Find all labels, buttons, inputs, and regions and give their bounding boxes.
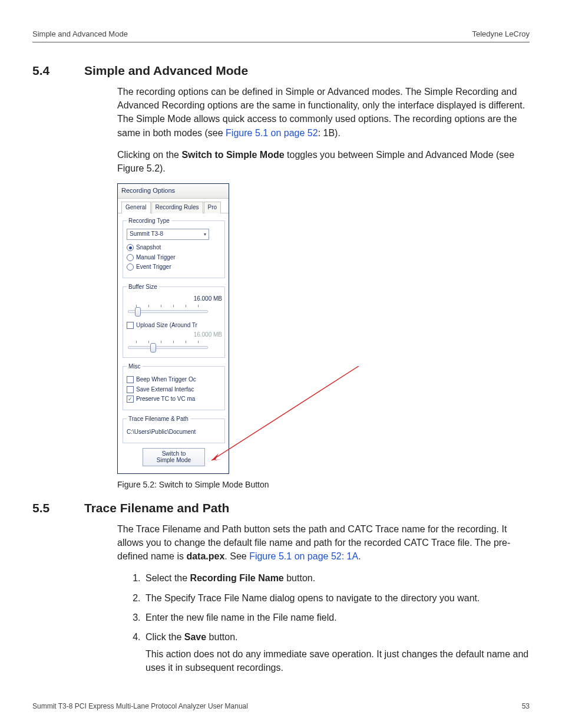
heading-title: Trace Filename and Path (84, 501, 229, 515)
steps-list: Select the Recording File Name button. T… (117, 571, 530, 674)
device-dropdown[interactable]: Summit T3-8 ▾ (127, 229, 209, 240)
heading-number: 5.4 (32, 64, 84, 78)
step-4: Click the Save button. This action does … (143, 630, 530, 675)
checkbox-icon (127, 376, 134, 383)
para-5-4-1: The recording options can be defined in … (117, 85, 530, 140)
heading-number: 5.5 (32, 501, 84, 515)
checkbox-upload-size[interactable]: Upload Size (Around Tr (127, 321, 222, 330)
page-number: 53 (522, 702, 530, 710)
footer-title: Summit T3-8 PCI Express Multi-Lane Proto… (32, 702, 248, 710)
link-fig51a[interactable]: Figure 5.1 on page 52 (226, 128, 318, 138)
upload-size-slider[interactable] (127, 341, 209, 353)
para-5-4-2: Clicking on the Switch to Simple Mode to… (117, 148, 530, 175)
checkbox-preserve-tc[interactable]: Preserve TC to VC ma (127, 395, 222, 404)
running-head-right: Teledyne LeCroy (472, 29, 530, 38)
buffer-size-slider[interactable] (127, 305, 209, 317)
para-5-5-1: The Trace Filename and Path button sets … (117, 522, 530, 564)
chevron-down-icon: ▾ (204, 231, 206, 238)
radio-event-trigger[interactable]: Event Trigger (127, 263, 222, 272)
tab-recording-rules[interactable]: Recording Rules (151, 202, 203, 213)
radio-icon (127, 254, 134, 261)
step-3: Enter the new file name in the File name… (143, 611, 530, 624)
switch-to-simple-mode-button[interactable]: Switch to Simple Mode (143, 448, 205, 466)
link-fig51b[interactable]: Figure 5.1 on page 52: 1A (249, 551, 358, 561)
window-title: Recording Options (118, 184, 229, 199)
svg-line-0 (211, 366, 359, 460)
screenshot-recording-options: Recording Options General Recording Rule… (117, 183, 229, 473)
heading-5-4: 5.4 Simple and Advanced Mode (32, 64, 530, 78)
radio-snapshot[interactable]: Snapshot (127, 243, 222, 252)
slider-thumb-icon (150, 343, 156, 353)
trace-path-value: C:\Users\Public\Document (127, 428, 222, 437)
slider-thumb-icon (135, 307, 141, 317)
group-buffer-size: Buffer Size 16.000 MB (123, 283, 225, 358)
step-1: Select the Recording File Name button. (143, 571, 530, 585)
checkbox-icon (127, 386, 134, 393)
checkbox-icon (127, 396, 134, 403)
step-2: The Specify Trace File Name dialog opens… (143, 591, 530, 605)
tab-general[interactable]: General (121, 202, 151, 213)
group-recording-type: Recording Type Summit T3-8 ▾ Snapshot (123, 217, 225, 278)
group-misc: Misc Beep When Trigger Oc Save External … (123, 363, 225, 410)
buffer-size-value: 16.000 MB (166, 295, 222, 304)
radio-manual-trigger[interactable]: Manual Trigger (127, 253, 222, 262)
upload-size-value: 16.000 MB (166, 331, 222, 340)
group-trace-filename: Trace Filename & Path C:\Users\Public\Do… (123, 415, 225, 443)
checkbox-beep[interactable]: Beep When Trigger Oc (127, 375, 222, 384)
figure-caption-5-2: Figure 5.2: Switch to Simple Mode Button (117, 479, 530, 490)
heading-title: Simple and Advanced Mode (84, 64, 248, 78)
tab-probe[interactable]: Pro (204, 202, 222, 213)
checkbox-icon (127, 322, 134, 329)
heading-5-5: 5.5 Trace Filename and Path (32, 501, 530, 515)
running-head-left: Simple and Advanced Mode (32, 29, 128, 38)
checkbox-save-external[interactable]: Save External Interfac (127, 386, 222, 394)
radio-icon (127, 263, 134, 271)
radio-icon (127, 244, 134, 251)
